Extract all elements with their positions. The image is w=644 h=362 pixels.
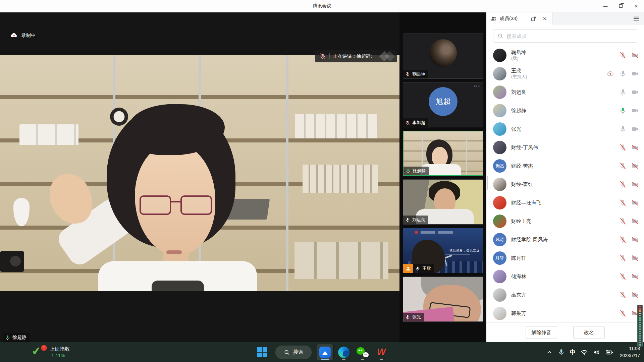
member-row[interactable]: 韩采芳 bbox=[486, 304, 644, 322]
member-camera-button[interactable] bbox=[631, 218, 639, 225]
member-mic-button[interactable] bbox=[619, 310, 627, 317]
taskbar-search[interactable]: 搜索 bbox=[275, 346, 312, 359]
popout-panel-button[interactable] bbox=[529, 16, 538, 22]
member-avatar: 风涛 bbox=[493, 233, 506, 246]
divider bbox=[329, 53, 330, 59]
member-camera-button[interactable] bbox=[631, 144, 639, 151]
member-row[interactable]: 刘运良 bbox=[486, 83, 644, 101]
member-mic-button[interactable] bbox=[619, 52, 627, 59]
member-row[interactable]: 高东方 bbox=[486, 286, 644, 304]
thumbnail-name-tag: 李旭超 bbox=[403, 118, 428, 127]
member-camera-button[interactable] bbox=[631, 199, 639, 206]
wifi-icon[interactable] bbox=[581, 349, 588, 356]
member-row[interactable]: 鞠岳坤(我) bbox=[486, 46, 644, 64]
close-panel-button[interactable]: ✕ bbox=[541, 16, 549, 22]
member-camera-button[interactable] bbox=[631, 162, 639, 170]
member-mic-button[interactable] bbox=[619, 70, 627, 77]
member-mic-button[interactable] bbox=[619, 254, 627, 262]
member-mic-button[interactable] bbox=[619, 181, 627, 188]
member-panel-header: 成员(33) ✕ bbox=[486, 12, 644, 25]
member-row[interactable]: 财经-丁凤伟 bbox=[486, 138, 644, 157]
taskbar-app-meeting[interactable] bbox=[317, 344, 333, 360]
member-camera-button[interactable] bbox=[631, 125, 639, 133]
member-mic-button[interactable] bbox=[619, 88, 627, 96]
more-options-button[interactable]: ··· bbox=[474, 83, 480, 89]
member-row[interactable]: 月轩陈月轩 bbox=[486, 249, 644, 267]
member-mic-button[interactable] bbox=[619, 199, 627, 206]
window-controls: — ✕ bbox=[598, 0, 644, 12]
member-search-input[interactable] bbox=[506, 33, 633, 39]
member-camera-button[interactable] bbox=[631, 236, 639, 243]
member-camera-button[interactable] bbox=[631, 88, 639, 96]
taskbar-app-wps[interactable]: W bbox=[373, 344, 389, 360]
member-mic-button[interactable] bbox=[619, 218, 627, 225]
stock-widget[interactable]: ✔ 1 上证指数 -1.11% bbox=[31, 342, 70, 362]
member-camera-button[interactable] bbox=[631, 70, 639, 77]
main-video-area[interactable]: 录制中 正在讲话：徐超静; 徐超静 bbox=[0, 12, 399, 342]
member-camera-button[interactable] bbox=[631, 291, 639, 299]
video-thumbnail[interactable]: 旭超···李旭超 bbox=[403, 82, 483, 127]
member-row[interactable]: 徐超静 bbox=[486, 101, 644, 120]
restore-button[interactable] bbox=[613, 0, 629, 12]
watermark-logo bbox=[381, 53, 393, 60]
member-camera-button[interactable] bbox=[631, 254, 639, 262]
member-role: (我) bbox=[511, 55, 619, 61]
member-mic-button[interactable] bbox=[619, 144, 627, 151]
member-mic-button[interactable] bbox=[619, 273, 627, 280]
member-list-scrollbar[interactable] bbox=[487, 176, 488, 190]
tray-mic-icon[interactable] bbox=[558, 349, 565, 356]
member-mic-button[interactable] bbox=[619, 291, 627, 299]
member-camera-button[interactable] bbox=[631, 181, 639, 188]
ime-indicator[interactable]: 中 bbox=[570, 348, 576, 356]
member-camera-button[interactable] bbox=[631, 107, 639, 114]
battery-icon[interactable] bbox=[605, 348, 613, 356]
volume-icon[interactable] bbox=[593, 349, 600, 356]
members-tab[interactable]: 成员(33) ✕ bbox=[486, 12, 553, 25]
member-row[interactable]: 储海林 bbox=[486, 267, 644, 286]
member-name: 储海林 bbox=[511, 273, 619, 280]
member-mic-button[interactable] bbox=[619, 162, 627, 170]
member-mic-button[interactable] bbox=[619, 236, 627, 243]
member-row[interactable]: 樊杰财经-樊杰 bbox=[486, 157, 644, 175]
member-mic-button[interactable] bbox=[619, 125, 627, 133]
thumbnail-name-tag: 王欣 bbox=[413, 264, 434, 273]
member-row[interactable]: 财经—汪海飞 bbox=[486, 193, 644, 212]
start-button[interactable] bbox=[255, 345, 270, 360]
member-mic-button[interactable] bbox=[619, 107, 627, 114]
video-thumbnail[interactable]: 张光 bbox=[403, 277, 483, 322]
open-app-indicator bbox=[361, 359, 364, 360]
member-row[interactable]: 财经-霍红 bbox=[486, 175, 644, 193]
rename-button[interactable]: 改名 bbox=[573, 326, 605, 339]
member-row[interactable]: 王欣(主持人) bbox=[486, 64, 644, 83]
speaker-name-tag: 徐超静 bbox=[3, 333, 30, 342]
member-row[interactable]: 张光 bbox=[486, 120, 644, 138]
member-search-box[interactable] bbox=[493, 29, 637, 43]
wps-icon: W bbox=[377, 348, 385, 357]
tray-chevron-up-icon[interactable] bbox=[546, 349, 553, 356]
bookshelf-boxes bbox=[294, 242, 388, 279]
member-camera-button[interactable] bbox=[631, 52, 639, 59]
unmute-button[interactable]: 解除静音 bbox=[526, 326, 557, 339]
vase bbox=[13, 198, 30, 226]
panel-menu-button[interactable] bbox=[633, 12, 644, 25]
member-camera-button[interactable] bbox=[631, 273, 639, 280]
video-thumbnail[interactable]: 刘运良 bbox=[403, 179, 483, 225]
muted-mic-icon bbox=[319, 53, 326, 60]
video-thumbnail[interactable]: 徐超静 bbox=[403, 131, 483, 176]
member-list: 鞠岳坤(我)王欣(主持人)刘运良徐超静张光财经-丁凤伟樊杰财经-樊杰财经-霍红财… bbox=[486, 46, 644, 322]
video-thumbnail[interactable]: 诚以修身，信以立达王欣 bbox=[403, 228, 483, 273]
video-thumbnail[interactable]: 鞠岳坤 bbox=[403, 34, 483, 79]
member-avatar bbox=[493, 104, 506, 117]
minimize-button[interactable]: — bbox=[598, 0, 613, 12]
member-name: 鞠岳坤 bbox=[511, 49, 619, 56]
taskbar-app-wechat[interactable] bbox=[355, 344, 371, 360]
participant-name: 徐超静 bbox=[413, 168, 426, 174]
member-row[interactable]: 风涛财经学院 周风涛 bbox=[486, 230, 644, 249]
taskbar-clock[interactable]: 11:03 2023/7/17 bbox=[620, 345, 640, 359]
participant-name: 李旭超 bbox=[412, 120, 425, 126]
close-button[interactable]: ✕ bbox=[629, 0, 644, 12]
mic-status-icon bbox=[405, 218, 410, 223]
member-row[interactable]: 财经王亮 bbox=[486, 212, 644, 230]
taskbar-app-edge[interactable] bbox=[336, 344, 352, 360]
thumbnail-name-tag: 刘运良 bbox=[403, 216, 428, 224]
